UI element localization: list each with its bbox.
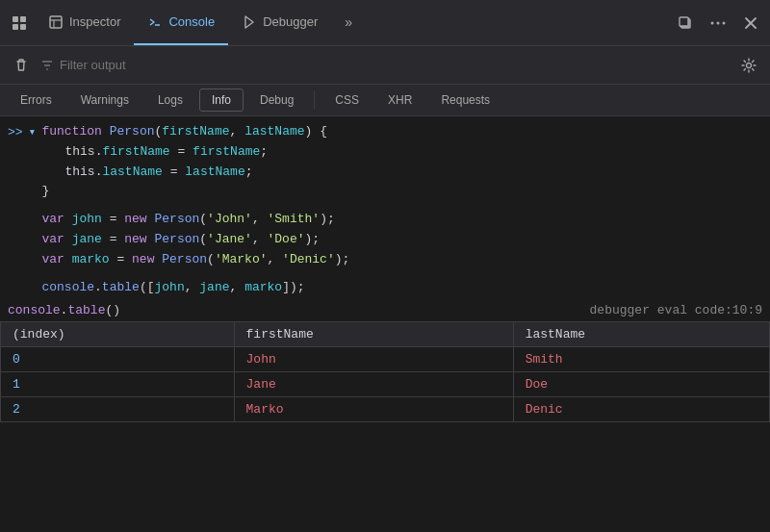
console-input-block: >> ▾ function Person(firstName, lastName… — [0, 120, 770, 299]
svg-rect-1 — [20, 16, 26, 22]
log-tabs-divider — [314, 90, 315, 110]
code-line-6: var jane = new Person('Jane', 'Doe'); — [41, 230, 349, 250]
inspector-icon — [48, 14, 64, 30]
tab-more[interactable]: » — [331, 0, 366, 45]
svg-rect-2 — [13, 24, 18, 30]
svg-rect-3 — [20, 24, 26, 30]
log-tab-logs[interactable]: Logs — [145, 89, 195, 112]
code-line-4: } — [41, 182, 349, 202]
tab-debugger-label: Debugger — [263, 14, 318, 29]
close-button[interactable] — [735, 8, 766, 38]
cell-lastname-1: Doe — [513, 372, 769, 397]
cell-index-2: 2 — [1, 397, 235, 422]
filter-icon — [40, 59, 54, 72]
cell-index-1: 1 — [1, 372, 235, 397]
duplicate-window-button[interactable] — [670, 8, 701, 38]
code-line-2: this.firstName = firstName; — [41, 142, 349, 163]
filter-input[interactable] — [60, 58, 730, 72]
cell-firstname-1: Jane — [234, 372, 513, 397]
collapse-icon[interactable]: ▾ — [29, 123, 37, 142]
log-tab-requests[interactable]: Requests — [428, 89, 502, 112]
toolbar-right — [670, 8, 766, 38]
table-row: 2 Marko Denic — [1, 397, 770, 422]
svg-rect-4 — [50, 16, 62, 28]
table-row: 0 John Smith — [1, 347, 770, 372]
table-location: debugger eval code:10:9 — [590, 303, 762, 317]
more-tabs-icon: » — [345, 14, 352, 30]
tab-inspector-label: Inspector — [69, 14, 120, 29]
filter-settings-button[interactable] — [735, 52, 762, 79]
svg-point-14 — [723, 21, 726, 24]
code-line-3: this.lastName = lastName; — [41, 163, 349, 183]
logo-button[interactable] — [4, 8, 35, 38]
tab-debugger[interactable]: Debugger — [228, 0, 331, 45]
cell-lastname-2: Denic — [513, 397, 769, 422]
cell-lastname-0: Smith — [513, 347, 769, 372]
tab-console[interactable]: Console — [134, 0, 228, 45]
tab-inspector[interactable]: Inspector — [35, 0, 134, 45]
prompt-icon: >> ▾ — [8, 122, 36, 142]
code-line-5: var john = new Person('John', 'Smith'); — [41, 210, 349, 230]
log-tabs: Errors Warnings Logs Info Debug CSS XHR … — [0, 85, 770, 116]
cell-firstname-2: Marko — [234, 397, 513, 422]
filter-bar — [0, 46, 770, 85]
svg-rect-0 — [13, 16, 18, 22]
filter-input-wrap — [40, 58, 730, 72]
data-table: (index) firstName lastName 0 John Smith … — [0, 321, 770, 422]
clear-console-button[interactable] — [8, 52, 35, 79]
tab-console-label: Console — [168, 14, 215, 29]
toolbar: Inspector Console Debugger » — [0, 0, 770, 46]
svg-point-13 — [717, 21, 720, 24]
debugger-icon — [242, 14, 257, 30]
code-line-8: console.table([john, jane, marko]); — [41, 278, 349, 298]
chevron-right-icon: >> — [8, 123, 23, 142]
svg-point-20 — [747, 63, 752, 67]
log-tab-errors[interactable]: Errors — [8, 89, 64, 112]
log-tab-css[interactable]: CSS — [322, 89, 372, 112]
svg-rect-11 — [680, 17, 688, 26]
console-content: >> ▾ function Person(firstName, lastName… — [0, 116, 770, 529]
log-tab-warnings[interactable]: Warnings — [68, 89, 141, 112]
table-row: 1 Jane Doe — [1, 372, 770, 397]
console-icon — [147, 14, 163, 30]
svg-point-12 — [711, 21, 714, 24]
svg-marker-8 — [245, 16, 253, 28]
table-body: 0 John Smith 1 Jane Doe 2 Marko Denic — [1, 347, 770, 422]
code-spacer-1 — [41, 202, 349, 210]
code-line-1: function Person(firstName, lastName) { — [41, 122, 349, 142]
nav-tabs: Inspector Console Debugger » — [35, 0, 670, 45]
code-line-7: var marko = new Person('Marko', 'Denic')… — [41, 250, 349, 270]
log-tab-info[interactable]: Info — [199, 89, 244, 112]
log-tab-xhr[interactable]: XHR — [375, 89, 424, 112]
code-block: function Person(firstName, lastName) { t… — [41, 122, 349, 297]
cell-firstname-0: John — [234, 347, 513, 372]
log-tab-debug[interactable]: Debug — [247, 89, 306, 112]
options-button[interactable] — [703, 8, 733, 38]
console-table-header: console.table() debugger eval code:10:9 — [0, 299, 770, 321]
col-header-index: (index) — [1, 322, 235, 347]
cell-index-0: 0 — [1, 347, 235, 372]
table-header-row: (index) firstName lastName — [1, 322, 770, 347]
col-header-firstname: firstName — [234, 322, 513, 347]
code-spacer-2 — [41, 270, 349, 278]
col-header-lastname: lastName — [513, 322, 769, 347]
table-fn-call: console.table() — [8, 303, 120, 317]
